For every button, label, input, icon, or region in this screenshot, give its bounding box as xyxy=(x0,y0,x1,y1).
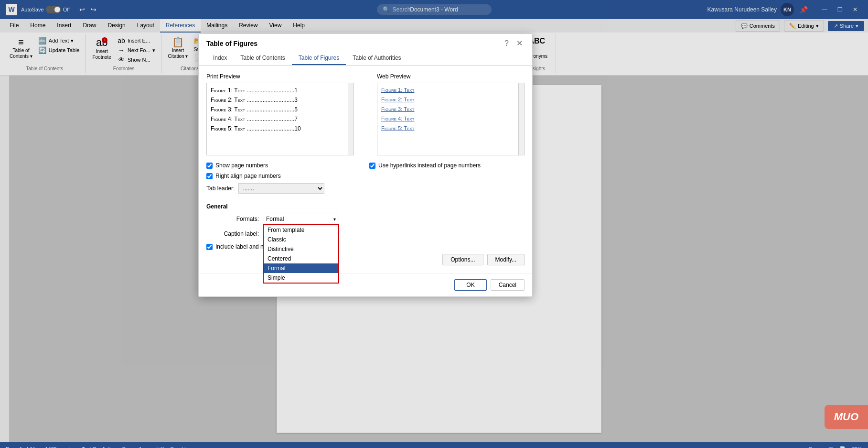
print-entry-2: Figure 2: Text .........................… xyxy=(211,97,344,103)
dialog-tabs: Index Table of Contents Table of Figures… xyxy=(199,52,532,66)
print-options: Show page numbers Right align page numbe… xyxy=(206,158,362,197)
general-title: General xyxy=(206,203,525,210)
dialog-tab-toc[interactable]: Table of Contents xyxy=(234,52,291,65)
print-preview-inner: Figure 1: Text .........................… xyxy=(207,83,348,155)
web-preview-scrollbar[interactable] xyxy=(518,83,524,155)
web-entry-4: Figure 4: Text xyxy=(381,116,514,121)
cancel-button[interactable]: Cancel xyxy=(491,279,525,291)
formats-dropdown-list: From template Classic Distinctive Center… xyxy=(263,224,339,284)
dialog-body: Print Preview Figure 1: Text ...........… xyxy=(199,66,532,273)
print-entry-3: Figure 3: Text .........................… xyxy=(211,106,344,113)
formats-display[interactable]: Formal ▾ xyxy=(263,214,339,224)
tab-leader-row: Tab leader: ....... ------- _______ xyxy=(206,183,362,194)
right-align-row: Right align page numbers xyxy=(206,173,362,179)
print-preview-section: Print Preview Figure 1: Text ...........… xyxy=(206,73,354,155)
use-hyperlinks-label: Use hyperlinks instead of page numbers xyxy=(378,162,481,169)
format-option-simple[interactable]: Simple xyxy=(264,273,338,283)
caption-label-row: Caption label: Figure Table Equation xyxy=(206,228,525,240)
dialog-close-button[interactable]: ✕ xyxy=(514,39,525,48)
print-entry-5: Figure 5: Text .........................… xyxy=(211,125,344,132)
format-option-centered[interactable]: Centered xyxy=(264,254,338,263)
dialog-controls: ? ✕ xyxy=(503,39,525,48)
dialog-help-button[interactable]: ? xyxy=(503,39,511,48)
web-preview-section: Web Preview Figure 1: Text Figure 2: Tex… xyxy=(377,73,525,155)
use-hyperlinks-row: Use hyperlinks instead of page numbers xyxy=(369,162,525,169)
web-entry-2: Figure 2: Text xyxy=(381,97,514,102)
general-section: General Formats: Formal ▾ From template … xyxy=(206,203,525,250)
web-entry-5: Figure 5: Text xyxy=(381,125,514,131)
options-modify-row: Options... Modify... xyxy=(206,254,525,265)
tab-leader-label: Tab leader: xyxy=(206,185,235,192)
include-label-checkbox[interactable] xyxy=(206,244,213,250)
dialog-title: Table of Figures xyxy=(206,40,257,47)
show-page-numbers-row: Show page numbers xyxy=(206,162,362,169)
dialog-tab-index[interactable]: Index xyxy=(206,52,234,65)
web-entry-1: Figure 1: Text xyxy=(381,87,514,93)
print-preview-label: Print Preview xyxy=(206,73,354,80)
formats-dropdown-wrapper: Formal ▾ From template Classic Distincti… xyxy=(263,214,339,224)
include-label-row: Include label and number xyxy=(206,243,525,250)
dialog-titlebar: Table of Figures ? ✕ xyxy=(199,34,532,48)
web-preview-label: Web Preview xyxy=(377,73,525,80)
tab-leader-select[interactable]: ....... ------- _______ xyxy=(238,183,324,194)
modify-button[interactable]: Modify... xyxy=(487,254,525,265)
web-options: Use hyperlinks instead of page numbers xyxy=(369,158,525,197)
table-of-figures-dialog: Table of Figures ? ✕ Index Table of Cont… xyxy=(198,33,533,297)
formats-label: Formats: xyxy=(206,216,259,222)
dialog-tab-figures[interactable]: Table of Figures xyxy=(292,52,346,65)
caption-label-label: Caption label: xyxy=(206,230,259,237)
muo-badge: MUO xyxy=(825,405,868,429)
show-page-numbers-checkbox[interactable] xyxy=(206,163,213,169)
options-button[interactable]: Options... xyxy=(442,254,483,265)
dialog-footer: OK Cancel xyxy=(199,273,532,296)
use-hyperlinks-checkbox[interactable] xyxy=(369,163,375,169)
print-entry-4: Figure 4: Text .........................… xyxy=(211,116,344,122)
dialog-overlay: Table of Figures ? ✕ Index Table of Cont… xyxy=(0,0,868,448)
right-align-checkbox[interactable] xyxy=(206,173,213,179)
format-option-formal[interactable]: Formal xyxy=(264,263,338,273)
formats-arrow-icon: ▾ xyxy=(333,217,336,222)
format-option-distinctive[interactable]: Distinctive xyxy=(264,244,338,254)
show-page-numbers-label: Show page numbers xyxy=(215,162,268,169)
web-preview-inner: Figure 1: Text Figure 2: Text Figure 3: … xyxy=(377,83,518,155)
web-entry-3: Figure 3: Text xyxy=(381,106,514,112)
dialog-tab-authorities[interactable]: Table of Authorities xyxy=(346,52,407,65)
preview-gap xyxy=(362,73,369,155)
format-option-classic[interactable]: Classic xyxy=(264,235,338,244)
ok-button[interactable]: OK xyxy=(454,279,486,291)
print-preview-container: Figure 1: Text .........................… xyxy=(206,83,354,155)
format-option-from-template[interactable]: From template xyxy=(264,225,338,235)
web-preview-container: Figure 1: Text Figure 2: Text Figure 3: … xyxy=(377,83,525,155)
print-preview-scrollbar[interactable] xyxy=(348,83,354,155)
print-entry-1: Figure 1: Text .........................… xyxy=(211,87,344,94)
options-row: Show page numbers Right align page numbe… xyxy=(206,158,525,197)
formats-value: Formal xyxy=(266,216,284,222)
preview-row: Print Preview Figure 1: Text ...........… xyxy=(206,73,525,155)
formats-row: Formats: Formal ▾ From template Classic … xyxy=(206,214,525,224)
right-align-label: Right align page numbers xyxy=(215,173,281,179)
